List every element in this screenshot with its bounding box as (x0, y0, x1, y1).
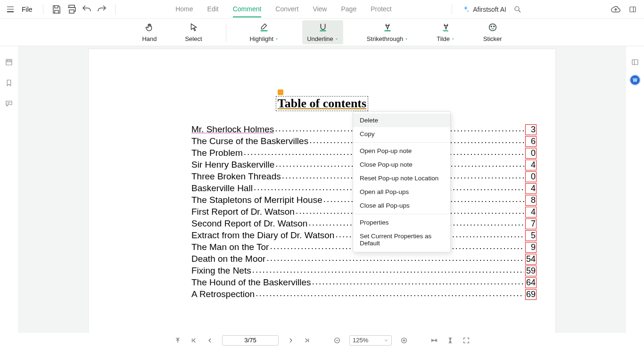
toc-row[interactable]: A Retrospection 69 (191, 288, 537, 300)
menu-icon[interactable] (6, 4, 17, 15)
toc-page-number: 5 (525, 230, 537, 241)
zoom-out-icon[interactable] (333, 337, 341, 344)
ai-button[interactable]: Afirstsoft AI (462, 5, 506, 14)
ribbon-label: Highlight (250, 35, 279, 42)
toc-chapter-title: The Stapletons of Merripit House (191, 194, 322, 206)
menu-item-close-all-pop-ups[interactable]: Close all Pop-ups (353, 199, 450, 212)
right-rail: W (626, 46, 644, 333)
scroll-top-icon[interactable] (174, 337, 182, 344)
bookmark-icon[interactable] (3, 77, 15, 89)
toc-chapter-title: Fixing the Nets (191, 265, 251, 276)
toc-page-number: 69 (525, 289, 537, 300)
next-page-icon[interactable] (287, 337, 295, 344)
svg-rect-9 (632, 60, 638, 65)
bottom-bar: 125% (0, 333, 644, 347)
toc-row[interactable]: Fixing the Nets 59 (191, 265, 537, 276)
menu-item-set-current-properties-as-default[interactable]: Set Current Properties as Default (353, 229, 450, 250)
comments-icon[interactable] (3, 98, 15, 109)
menu-separator (353, 142, 450, 143)
svg-point-6 (494, 26, 495, 27)
undo-icon[interactable] (81, 4, 92, 15)
top-tabs: HomeEditCommentConvertViewPageProtect (119, 1, 448, 17)
ribbon-tilde[interactable]: Tilde (432, 20, 460, 44)
prev-page-icon[interactable] (206, 337, 214, 344)
file-menu[interactable]: File (22, 6, 33, 13)
fit-width-icon[interactable] (430, 337, 438, 344)
document-viewport[interactable]: Table of contents Mr. Sherlock Holmes 3T… (18, 46, 626, 333)
save-icon[interactable] (51, 4, 62, 15)
toc-page-number: 0 (525, 171, 537, 182)
tab-edit[interactable]: Edit (207, 1, 219, 17)
cloud-upload-icon[interactable] (610, 4, 621, 15)
redo-icon[interactable] (96, 4, 107, 15)
ribbon-label: Tilde (437, 35, 455, 42)
toc-row[interactable]: The Hound of the Baskervilles 64 (191, 276, 537, 288)
search-icon[interactable] (512, 4, 523, 15)
context-menu: DeleteCopyOpen Pop-up noteClose Pop-up n… (353, 111, 451, 252)
highlight-icon (259, 22, 269, 32)
tab-protect[interactable]: Protect (371, 1, 391, 17)
sticker-icon (487, 22, 498, 32)
toc-chapter-title: First Report of Dr. Watson (191, 206, 295, 218)
toc-chapter-title: The Hound of the Baskervilles (191, 276, 311, 288)
menu-item-open-all-pop-ups[interactable]: Open all Pop-ups (353, 185, 450, 199)
tilde-icon (441, 22, 451, 32)
fullscreen-icon[interactable] (462, 337, 470, 344)
export-word-icon[interactable]: W (629, 74, 641, 86)
toc-page-number: 4 (525, 160, 537, 170)
zoom-select[interactable]: 125% (349, 335, 392, 346)
toc-leader-dots (312, 275, 524, 287)
ribbon: Hand Select Highlight Underline Striketh… (0, 19, 644, 46)
first-page-icon[interactable] (190, 337, 198, 344)
tab-view[interactable]: View (313, 1, 327, 17)
toc-page-number: 3 (525, 124, 537, 135)
thumbnails-icon[interactable] (3, 56, 15, 68)
ribbon-highlight[interactable]: Highlight (245, 20, 284, 44)
ribbon-select[interactable]: Select (180, 20, 206, 44)
print-icon[interactable] (66, 4, 77, 15)
selection-handle-icon[interactable] (278, 89, 283, 95)
left-rail (0, 46, 18, 333)
menu-item-copy[interactable]: Copy (353, 127, 450, 141)
menu-item-reset-pop-up-note-location[interactable]: Reset Pop-up note Location (353, 171, 450, 185)
toc-page-number: 9 (525, 242, 537, 253)
ribbon-label: Strikethrough (367, 35, 408, 42)
toc-leader-dots (266, 252, 524, 264)
separator (226, 24, 226, 41)
toc-page-number: 59 (525, 266, 537, 276)
toc-page-number: 6 (525, 136, 537, 147)
svg-point-4 (489, 24, 496, 31)
menu-separator (353, 214, 450, 214)
ribbon-label: Select (185, 35, 202, 42)
ribbon-label: Hand (142, 35, 157, 42)
toc-chapter-title: The Problem (191, 147, 243, 159)
ribbon-sticker[interactable]: Sticker (479, 20, 507, 44)
panel-collapse-icon[interactable] (629, 56, 641, 68)
titlebar: File HomeEditCommentConvertViewPageProte… (0, 0, 644, 19)
toc-chapter-title: A Retrospection (191, 288, 255, 300)
page-number-input[interactable] (222, 335, 279, 346)
tab-convert[interactable]: Convert (275, 1, 298, 17)
toc-leader-dots (256, 287, 524, 299)
ribbon-underline[interactable]: Underline (302, 20, 343, 44)
toc-row[interactable]: Death on the Moor 54 (191, 253, 537, 265)
menu-item-properties[interactable]: Properties (353, 216, 450, 229)
menu-item-open-pop-up-note[interactable]: Open Pop-up note (353, 144, 450, 158)
page-title[interactable]: Table of contents (276, 96, 368, 111)
menu-item-delete[interactable]: Delete (353, 113, 450, 127)
ribbon-hand[interactable]: Hand (137, 20, 161, 44)
panel-toggle-icon[interactable] (627, 4, 638, 15)
tab-page[interactable]: Page (341, 1, 356, 17)
toc-chapter-title: The Man on the Tor (191, 241, 269, 253)
titlebar-left: File (6, 4, 119, 15)
fit-page-icon[interactable] (446, 337, 454, 344)
zoom-in-icon[interactable] (400, 337, 408, 344)
menu-item-close-pop-up-note[interactable]: Close Pop-up note (353, 158, 450, 171)
tab-comment[interactable]: Comment (233, 1, 262, 17)
svg-rect-1 (69, 10, 74, 13)
tab-home[interactable]: Home (175, 1, 193, 17)
zoom-value: 125% (353, 337, 368, 344)
ribbon-strikethrough[interactable]: Strikethrough (362, 20, 413, 44)
toc-chapter-title: Sir Henry Baskerville (191, 159, 274, 170)
last-page-icon[interactable] (303, 337, 311, 344)
